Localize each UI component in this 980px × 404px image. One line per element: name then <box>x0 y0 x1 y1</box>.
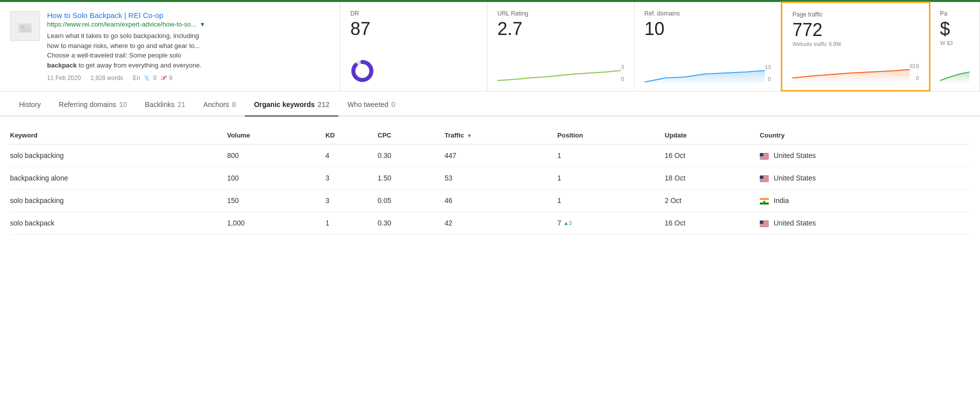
tab-history[interactable]: History <box>10 94 50 116</box>
tab-anchors-count: 8 <box>232 100 236 108</box>
traffic-cell: 42 <box>444 212 557 234</box>
country-cell: United States <box>760 144 970 167</box>
meta-dot-2: · <box>127 74 129 82</box>
svg-marker-6 <box>645 70 765 83</box>
partial-chart-row <box>940 63 969 83</box>
volume-cell: 1,000 <box>227 212 326 234</box>
dropdown-arrow-icon[interactable]: ▼ <box>199 21 205 28</box>
url-rating-label: URL Rating <box>498 10 624 17</box>
twitter-count: 0 <box>153 74 157 82</box>
page-traffic-chart-row: 819 0 <box>792 62 919 82</box>
ref-domains-chart-row: 13 0 <box>645 63 771 83</box>
cpc-cell: 0.05 <box>378 190 445 212</box>
th-update: Update <box>665 126 760 144</box>
pinterest-icon: 𝒫 <box>161 74 165 82</box>
meta-dot-1: · <box>85 74 86 82</box>
pinterest-count: 9 <box>169 74 173 82</box>
tab-anchors[interactable]: Anchors 8 <box>194 94 245 116</box>
tab-organic-keywords[interactable]: Organic keywords 212 <box>245 94 338 116</box>
tab-referring-domains-count: 10 <box>119 100 127 108</box>
cpc-cell: 0.30 <box>378 212 445 234</box>
dr-value: 87 <box>350 19 477 39</box>
page-info-card: How to Solo Backpack | REI Co-op https:/… <box>0 2 340 91</box>
flag-us-icon <box>760 220 769 227</box>
dr-chart-row <box>350 59 477 83</box>
table-header: Keyword Volume KD CPC Traffic ▼ Position… <box>10 126 970 144</box>
position-cell: 1 <box>558 167 665 190</box>
position-cell: 1 <box>558 144 665 167</box>
tab-backlinks-count: 21 <box>178 100 186 108</box>
th-cpc: CPC <box>378 126 445 144</box>
keyword-cell: solo backpack <box>10 212 227 234</box>
traffic-sort-icon: ▼ <box>467 133 472 138</box>
table-row: solo backpacking 150 3 0.05 46 1 2 Oct I… <box>10 190 970 212</box>
ref-domains-value: 10 <box>645 19 771 39</box>
page-traffic-label: Page traffic <box>792 11 919 18</box>
table-row: backpacking alone 100 3 1.50 53 1 18 Oct… <box>10 167 970 190</box>
metric-card-url-rating: URL Rating 2.7 3 0 <box>487 2 635 91</box>
metric-card-partial: Pa $ W $3 <box>930 2 980 91</box>
page-url[interactable]: https://www.rei.com/learn/expert-advice/… <box>47 20 196 28</box>
url-rating-chart <box>498 63 621 83</box>
position-cell: 1 <box>558 190 665 212</box>
dr-donut-chart <box>350 59 374 83</box>
table-body: solo backpacking 800 4 0.30 447 1 16 Oct… <box>10 144 970 234</box>
page-url-row: https://www.rei.com/learn/expert-advice/… <box>47 20 330 28</box>
volume-cell: 100 <box>227 167 326 190</box>
tab-who-tweeted-count: 0 <box>391 100 395 108</box>
url-rating-value: 2.7 <box>498 19 624 39</box>
tab-organic-keywords-count: 212 <box>318 100 329 108</box>
tab-who-tweeted[interactable]: Who tweeted 0 <box>338 94 404 116</box>
update-cell: 2 Oct <box>665 190 760 212</box>
url-rating-numbers: 3 0 <box>621 64 624 82</box>
tab-anchors-label: Anchors <box>203 100 229 108</box>
cpc-cell: 1.50 <box>378 167 445 190</box>
tab-organic-keywords-label: Organic keywords <box>254 100 314 108</box>
page-traffic-sub: Website traffic 9.8M <box>792 41 919 47</box>
dr-label: DR <box>350 10 477 17</box>
keyword-cell: solo backpacking <box>10 144 227 167</box>
kd-cell: 1 <box>325 212 377 234</box>
page-lang: En <box>133 74 140 82</box>
update-cell: 18 Oct <box>665 167 760 190</box>
th-traffic[interactable]: Traffic ▼ <box>444 126 557 144</box>
update-cell: 16 Oct <box>665 144 760 167</box>
flag-india-icon <box>760 198 769 204</box>
top-section: How to Solo Backpack | REI Co-op https:/… <box>0 2 980 92</box>
page-title[interactable]: How to Solo Backpack | REI Co-op <box>47 11 330 20</box>
page-date: 11 Feb 2020 <box>47 74 81 82</box>
th-kd: KD <box>325 126 377 144</box>
cpc-cell: 0.30 <box>378 144 445 167</box>
tab-referring-domains-label: Referring domains <box>59 100 116 108</box>
position-badge: 7 ▲3 <box>558 219 572 227</box>
th-keyword: Keyword <box>10 126 227 144</box>
country-cell: United States <box>760 212 970 234</box>
flag-us-icon <box>760 176 769 182</box>
tab-backlinks[interactable]: Backlinks 21 <box>136 94 195 116</box>
svg-marker-8 <box>940 72 969 83</box>
page-description: Learn what it takes to go solo backpacki… <box>47 31 330 70</box>
kd-cell: 4 <box>325 144 377 167</box>
tabs-section: History Referring domains 10 Backlinks 2… <box>0 94 980 116</box>
table-row: solo backpacking 800 4 0.30 447 1 16 Oct… <box>10 144 970 167</box>
metric-card-page-traffic: Page traffic 772 Website traffic 9.8M <box>781 2 930 92</box>
ref-domains-label: Ref. domains <box>645 10 771 17</box>
page-meta: 11 Feb 2020 · 1,928 words · En 𝕏 0 𝒫 9 <box>47 74 330 82</box>
th-position: Position <box>558 126 665 144</box>
metric-card-dr: DR 87 <box>340 2 487 91</box>
ref-domains-numbers: 13 0 <box>765 64 771 82</box>
th-country: Country <box>760 126 970 144</box>
keyword-cell: solo backpacking <box>10 190 227 212</box>
ref-domains-chart <box>645 63 765 83</box>
country-cell: United States <box>760 167 970 190</box>
keyword-cell: backpacking alone <box>10 167 227 190</box>
position-cell: 7 ▲3 <box>558 212 665 234</box>
metric-cards: DR 87 URL Rating 2.7 3 <box>340 2 980 91</box>
svg-point-5 <box>357 66 367 76</box>
traffic-cell: 46 <box>444 190 557 212</box>
word-count: 1,928 words <box>91 74 123 82</box>
table-row: solo backpack 1,000 1 0.30 42 7 ▲3 16 Oc… <box>10 212 970 234</box>
url-rating-chart-row: 3 0 <box>498 63 624 83</box>
kd-cell: 3 <box>325 190 377 212</box>
tab-referring-domains[interactable]: Referring domains 10 <box>50 94 136 116</box>
